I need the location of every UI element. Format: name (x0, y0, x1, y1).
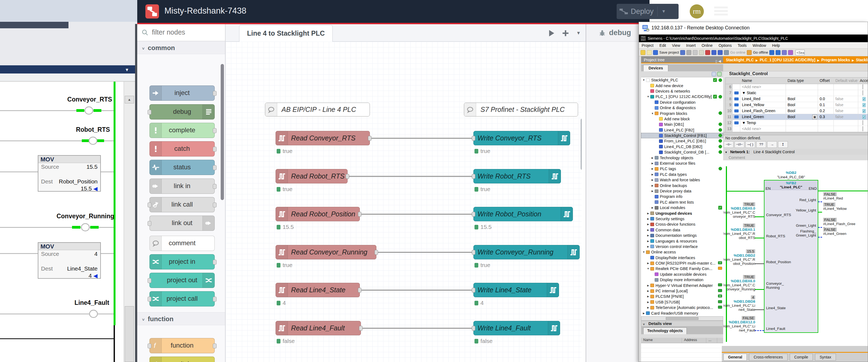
toolbar-icon[interactable] (769, 50, 774, 55)
datatype-dropdown-button[interactable]: ▦ (812, 115, 817, 119)
inspector-tab-syntax[interactable]: Syntax (815, 354, 836, 361)
tree-item-languages-resources[interactable]: ▶Languages & resources (641, 238, 723, 244)
breadcrumb-item[interactable]: Stacklight_Co (856, 58, 868, 62)
tree-item-device-proxy-data[interactable]: ▶Device proxy data (641, 188, 723, 194)
tree-item-usb-s7usb-[interactable]: ▶USB [S7USB] (641, 299, 723, 305)
go-online-button[interactable]: Go online (730, 50, 745, 54)
expander-open-icon[interactable]: ▼ (647, 95, 650, 98)
canvas-scrollbar[interactable] (581, 118, 582, 170)
tree-item-add-new-block[interactable]: Add new block (641, 116, 723, 122)
expander-closed-icon[interactable]: ▶ (647, 212, 650, 215)
toolbar-icon[interactable] (724, 50, 729, 55)
expander-closed-icon[interactable]: ▶ (647, 262, 650, 264)
menu-options[interactable]: Options (718, 43, 732, 48)
input-port[interactable] (472, 174, 475, 179)
toolbar-icon[interactable] (653, 50, 658, 55)
tree-item-plc-alarm-text-lists[interactable]: PLC alarm text lists (641, 199, 723, 205)
network-header[interactable]: ▼ Network 1: Line 4 Stacklight Control (723, 149, 868, 155)
expander-open-icon[interactable]: ▼ (642, 79, 645, 81)
accessible-checkbox[interactable] (863, 90, 863, 95)
output-port[interactable] (213, 343, 217, 349)
tree-item-display-more-information[interactable]: Display more information (641, 277, 723, 282)
input-port[interactable] (148, 110, 151, 115)
add-flow-icon[interactable] (562, 30, 569, 37)
tree-item-plcsim-pn-ie-[interactable]: ▶PLCSIM [PN/IE]✕ (641, 294, 723, 299)
tree-item-line4-plc-fb2-[interactable]: Line4_PLC [FB2] (641, 128, 723, 133)
table-row-static[interactable]: 7▼ Static (725, 90, 868, 96)
expander-closed-icon[interactable]: ▶ (642, 312, 645, 315)
flow-node-Write-Robot_Position[interactable]: Write Robot_Position (473, 207, 573, 221)
expander-closed-icon[interactable]: ▶ (651, 206, 654, 209)
tree-item-security-settings[interactable]: ▶Security settings (641, 216, 723, 222)
tree-item-version-control-interface[interactable]: ▶Version control interface (641, 244, 723, 249)
output-port[interactable] (358, 288, 362, 293)
expander-closed-icon[interactable]: ▶ (651, 173, 654, 176)
ladder-scrollbar[interactable]: ▲ (124, 82, 135, 362)
toolbar-icon[interactable] (776, 50, 780, 55)
input-port[interactable] (472, 250, 475, 255)
rslogix-collapsed-titlebar[interactable]: ▼ (0, 65, 137, 74)
comment-node[interactable]: AB EIP/CIP - Line 4 PLC (265, 103, 370, 116)
palette-node-link-in[interactable]: link in (150, 178, 215, 194)
flow-node-Read-Robot_Position[interactable]: Read Robot_Position (276, 207, 360, 221)
table-row-temp[interactable]: 12▼ Temp (725, 120, 868, 126)
flow-node-Write-Conveyor_RTS[interactable]: Write Conveyor_RTS (473, 131, 570, 145)
toolbar-icon[interactable] (747, 50, 752, 55)
tree-item-hyper-v-virtual-ethernet-adapter[interactable]: ▶Hyper-V Virtual Ethernet Adapter (641, 282, 723, 288)
network-comment[interactable]: Comment (728, 156, 745, 160)
breadcrumb[interactable]: Stacklight_PLC▶PLC_1 [CPU 1212C AC/DC/Rl… (723, 56, 868, 63)
tree-item-stacklight-control-fb1-[interactable]: Stacklight_Control [FB1] (641, 133, 723, 138)
tree-item-devices-networks[interactable]: Devices & networks (641, 88, 723, 94)
scrollbar-thumb[interactable] (125, 306, 134, 362)
palette-scrollbar[interactable] (221, 64, 224, 200)
palette-node-link-call[interactable]: link call (150, 197, 215, 212)
menu-edit[interactable]: Edit (659, 43, 666, 48)
palette-category-function[interactable]: ˅function (137, 312, 225, 325)
tree-item-ungrouped-devices[interactable]: ▶Ungrouped devices (641, 211, 723, 216)
expander-closed-icon[interactable]: ▶ (647, 289, 650, 292)
expander-closed-icon[interactable]: ▶ (647, 301, 650, 304)
expander-open-icon[interactable]: ▼ (651, 112, 654, 115)
coil-icon[interactable] (89, 310, 98, 318)
expander-closed-icon[interactable]: ▶ (647, 295, 650, 298)
flow-node-Write-Robot_RTS[interactable]: Write Robot_RTS (473, 169, 561, 184)
tree-item-line4-plc-db-db2-[interactable]: Line4_PLC_DB [DB2] (641, 144, 723, 149)
tree-item-program-info[interactable]: Program info (641, 194, 723, 199)
tree-item-watch-and-force-tables[interactable]: ▶Watch and force tables (641, 177, 723, 183)
inspector-tab-compile[interactable]: Compile (790, 354, 813, 361)
toolbar-icon[interactable] (647, 50, 652, 55)
output-port[interactable] (213, 91, 217, 96)
coil-icon[interactable] (89, 137, 97, 145)
tia-titlebar[interactable]: TIAV17 Siemens - C:\Users\richard\Docume… (639, 34, 868, 42)
expander-closed-icon[interactable]: ▶ (647, 240, 650, 243)
comment-node[interactable]: S7 Profinet - Stacklight PLC (464, 103, 578, 116)
output-port[interactable] (213, 165, 217, 170)
output-port[interactable] (359, 326, 363, 331)
expander-closed-icon[interactable]: ▶ (651, 178, 654, 181)
flow-node-Write-Line4_State[interactable]: Write Line4_State (473, 283, 559, 297)
toolbar-icon[interactable] (699, 50, 704, 55)
menu-online[interactable]: Online (702, 43, 713, 48)
palette-node-catch[interactable]: catch (150, 141, 215, 157)
tree-item-main-ob1-[interactable]: Main [OB1] (641, 122, 723, 127)
tree-item-plc-1-cpu-1212c-ac-dc-rly-[interactable]: ▼PLC_1 [CPU 1212C AC/DC/Rly]✓ (641, 94, 723, 99)
tree-item-stacklight-control-db-[interactable]: Stacklight_Control_DB [... (641, 149, 723, 155)
fb-call-block[interactable]: %FB2"Line4_PLC"ENENOConveyor_RTSRobot_RT… (764, 180, 818, 333)
lad-tool-0[interactable]: ⊣⊢ (724, 141, 734, 148)
toolbar-icon[interactable] (705, 50, 710, 55)
palette-node-comment[interactable]: comment (150, 236, 215, 251)
palette-node-link-out[interactable]: link out (150, 216, 215, 231)
tree-item-plc-data-types[interactable]: ▶PLC data types (641, 172, 723, 177)
palette-node-project-in[interactable]: project in (150, 254, 215, 270)
save-project-label[interactable]: Save project (659, 50, 679, 54)
accessible-checkbox[interactable] (863, 120, 863, 125)
table-row-line4-red[interactable]: 8Line4_RedBool0.0false✓ (725, 96, 868, 102)
main-menu-icon[interactable] (714, 6, 728, 17)
expander-closed-icon[interactable]: ▶ (647, 306, 650, 309)
flow-node-Read-Conveyor_Running[interactable]: Read Conveyor_Running (276, 245, 376, 259)
tree-item-documentation-settings[interactable]: ▶Documentation settings (641, 233, 723, 238)
expander-closed-icon[interactable]: ▶ (651, 167, 654, 170)
tree-item-add-new-device[interactable]: Add new device (641, 83, 723, 88)
menu-view[interactable]: View (672, 43, 680, 48)
palette-search[interactable] (137, 24, 225, 41)
